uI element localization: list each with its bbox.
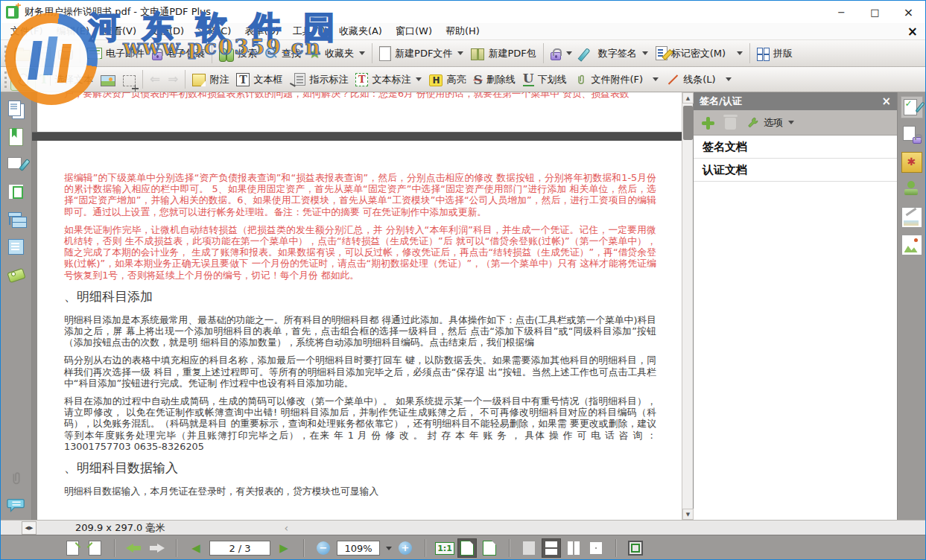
bookmarks-icon[interactable] [7,127,26,147]
page-thumbnails-icon[interactable] [7,100,26,119]
vertical-scrollbar[interactable]: ▲ ▼ [682,92,693,520]
save-button[interactable] [34,45,54,62]
form-fields-icon[interactable] [7,238,26,257]
sign-certify-tab-icon[interactable] [901,97,922,118]
single-page-layout-button[interactable] [520,539,538,557]
quad-layout-button[interactable] [587,539,605,557]
panel-close-icon[interactable]: × [881,95,891,108]
page-number-input[interactable]: 2 / 3 [209,541,270,556]
favorites-button[interactable]: ★收藏夹 [305,44,369,63]
chevron-down-icon[interactable] [737,51,743,55]
new-pdf-package-button[interactable]: 新建PDF包 [467,44,539,63]
next-page-button[interactable]: ▶ [275,539,293,557]
comments-panel-icon[interactable] [7,155,26,174]
tags-icon[interactable] [7,265,26,284]
scroll-left-icon[interactable]: ‹ [285,522,289,534]
epackage-button[interactable]: 电子包裹 [148,45,209,63]
previous-page-button[interactable]: ◀ [187,539,205,557]
scrollbar-thumb[interactable] [683,106,693,140]
find-button[interactable]: 查找 [261,45,305,63]
first-page-button[interactable] [63,539,81,557]
underline-button[interactable]: U下划线 [519,70,571,89]
delete-button[interactable] [725,118,736,130]
menu-tools[interactable]: 工具(T) [286,23,332,39]
digital-signature-button[interactable]: 数字签名 [576,44,652,63]
document-close-icon[interactable]: × [907,25,918,38]
snapshot-button[interactable] [119,71,139,89]
undo-button[interactable]: ⇐ [146,71,164,88]
document-security-icon[interactable] [901,124,922,145]
last-page-button[interactable] [86,539,104,557]
facing-pages-layout-button[interactable] [565,539,583,557]
options-button[interactable]: 选项 [746,116,794,130]
zoom-out-button[interactable]: − [314,539,332,557]
scroll-up-button[interactable]: ▲ [682,92,694,104]
textbox-button[interactable]: T文本框 [232,71,286,89]
layers-icon[interactable] [7,182,26,202]
chevron-down-icon[interactable] [653,77,659,81]
attachments-icon[interactable] [8,470,25,488]
fit-width-button[interactable] [481,539,498,557]
menu-favorites[interactable]: 收藏夹(A) [332,23,389,39]
chevron-down-icon[interactable] [416,77,422,81]
redo-button[interactable]: ⇒ [164,71,182,88]
text-markup-button[interactable]: 文本标注 [352,71,425,89]
callout-button[interactable]: 指示标注 [286,71,352,89]
zoom-level-select[interactable]: 109% [337,541,380,556]
line-tool-button[interactable]: 线条(L) [662,71,735,89]
add-signature-button[interactable] [701,116,714,130]
strikeout-button[interactable]: S删除线 [469,70,519,89]
document-viewport[interactable]: 户，要解决资产负债表的年初数和损益表累计数的问题，如何解决？比如：您是6月 份使… [32,92,682,520]
security-button[interactable] [547,45,576,63]
chevron-down-icon[interactable] [642,51,648,55]
chevron-down-icon[interactable] [457,51,463,55]
open-file-button[interactable] [10,44,34,63]
new-pdf-button[interactable]: 新建PDF文件 [375,44,467,63]
maximize-button[interactable]: □ [858,1,892,23]
redaction-button[interactable]: 标记密文(M) [652,44,746,63]
hand-tool-button[interactable] [10,69,36,91]
chevron-down-icon[interactable] [726,77,732,81]
actual-size-button[interactable]: 1:1 [436,539,454,557]
continuous-layout-button[interactable] [542,539,560,557]
menu-form[interactable]: 表单(O) [238,23,285,39]
toolbar-grip[interactable] [4,45,7,62]
highlight-button[interactable]: H高亮 [425,71,469,89]
print-button[interactable] [54,45,77,62]
image-icon[interactable] [901,235,922,255]
close-button[interactable]: × [892,1,925,23]
menu-file[interactable]: 文件(F) [4,23,50,39]
certificate-icon[interactable] [901,152,922,173]
fullscreen-button[interactable] [627,539,644,557]
note-button[interactable]: 附注 [188,70,232,89]
file-attachment-button[interactable]: 文件附件(F) [571,70,663,89]
comment-bubble-icon[interactable] [7,496,26,514]
menu-comment[interactable]: 注释(C) [191,23,238,39]
ink-signature-icon[interactable] [901,207,922,228]
minimize-button[interactable]: − [825,1,858,23]
chevron-down-icon[interactable] [386,547,392,550]
chevron-down-icon[interactable] [566,51,572,55]
search-button[interactable]: 搜索 [215,45,261,63]
menu-help[interactable]: 帮助(H) [439,23,486,39]
chevron-down-icon[interactable] [359,51,365,55]
fit-page-button[interactable] [458,539,476,557]
structure-outline-icon[interactable] [7,210,26,229]
list-item-certify-document[interactable]: 认证文档 [694,159,897,182]
select-image-button[interactable] [97,71,119,89]
menu-window[interactable]: 窗口(W) [389,23,439,39]
scroll-down-button[interactable]: ▼ [682,509,694,520]
stamp-icon[interactable] [901,179,922,200]
list-item-sign-document[interactable]: 签名文档 [694,136,897,159]
imposition-button[interactable]: 拼版 [753,45,796,63]
menu-document[interactable]: 文档(D) [143,23,191,39]
menu-edit[interactable]: 编辑(E) [50,23,96,39]
email-button[interactable]: 电子邮件 [83,45,148,63]
previous-view-button[interactable] [125,539,143,557]
select-text-button[interactable]: T选择文本 [36,70,97,89]
zoom-in-button[interactable]: + [396,539,414,557]
next-view-button[interactable] [148,539,165,557]
panel-splitter-button[interactable]: ◀▶ [22,521,37,535]
toolbar-grip[interactable] [4,71,7,88]
menu-view[interactable]: 查看(V) [96,23,143,39]
